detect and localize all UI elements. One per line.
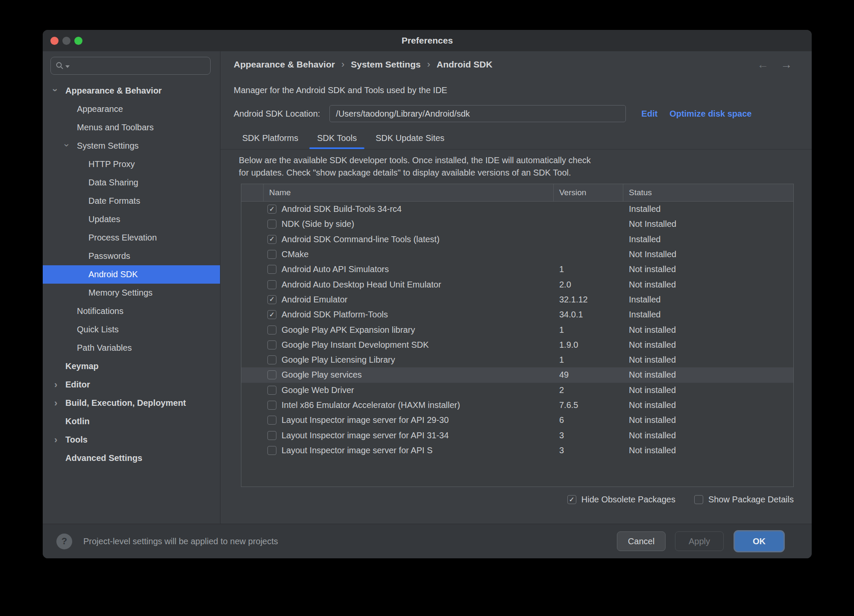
sidebar-item-advanced-settings[interactable]: Advanced Settings <box>43 449 220 467</box>
package-checkbox[interactable] <box>267 416 276 425</box>
optimize-disk-space-link[interactable]: Optimize disk space <box>669 109 751 119</box>
tree-chevron-icon[interactable] <box>66 141 77 151</box>
package-name: Layout Inspector image server for API 31… <box>282 431 449 440</box>
table-row-layout-inspector-image-server-for-api-31-34[interactable]: Layout Inspector image server for API 31… <box>241 428 793 443</box>
package-name: Android SDK Build-Tools 34-rc4 <box>282 204 402 214</box>
table-row-android-auto-desktop-head-unit-emulator[interactable]: Android Auto Desktop Head Unit Emulator … <box>241 277 793 292</box>
tree-chevron-icon[interactable] <box>54 86 65 96</box>
package-checkbox[interactable] <box>267 431 276 440</box>
search-input[interactable] <box>71 61 206 71</box>
breadcrumb-item-system-settings[interactable]: System Settings <box>351 59 420 70</box>
table-row-android-sdk-build-tools-34-rc4[interactable]: Android SDK Build-Tools 34-rc4 Installed <box>241 202 793 217</box>
cancel-button[interactable]: Cancel <box>617 531 666 551</box>
sidebar-item-quick-lists[interactable]: Quick Lists <box>43 320 220 339</box>
table-row-google-play-licensing-library[interactable]: Google Play Licensing Library 1 Not inst… <box>241 352 793 367</box>
sidebar-item-passwords[interactable]: Passwords <box>43 247 220 265</box>
package-checkbox[interactable] <box>267 235 276 244</box>
column-header-name[interactable]: Name <box>264 184 554 201</box>
package-checkbox[interactable] <box>267 310 276 319</box>
hide-obsolete-checkbox[interactable] <box>567 495 576 504</box>
package-checkbox[interactable] <box>267 370 276 379</box>
sidebar-item-date-formats[interactable]: Date Formats <box>43 192 220 210</box>
package-checkbox[interactable] <box>267 205 276 214</box>
table-row-google-play-instant-development-sdk[interactable]: Google Play Instant Development SDK 1.9.… <box>241 337 793 352</box>
table-row-ndk-side-by-side[interactable]: NDK (Side by side) Not Installed <box>241 217 793 232</box>
minimize-window-button[interactable] <box>62 37 70 45</box>
sidebar-item-data-sharing[interactable]: Data Sharing <box>43 173 220 192</box>
table-row-cmake[interactable]: CMake Not Installed <box>241 247 793 262</box>
package-checkbox[interactable] <box>267 280 276 289</box>
package-checkbox[interactable] <box>267 355 276 364</box>
table-row-android-emulator[interactable]: Android Emulator 32.1.12 Installed <box>241 292 793 307</box>
sidebar-item-memory-settings[interactable]: Memory Settings <box>43 284 220 302</box>
sidebar-item-system-settings[interactable]: System Settings <box>43 137 220 155</box>
main-area: Appearance & Behavior Appearance Menus a… <box>43 51 812 524</box>
sidebar-item-label: Android SDK <box>88 270 138 279</box>
package-version: 2 <box>554 385 623 395</box>
forward-arrow-icon[interactable]: → <box>781 58 792 71</box>
help-icon[interactable]: ? <box>56 534 72 549</box>
edit-link[interactable]: Edit <box>641 109 657 119</box>
sidebar-item-keymap[interactable]: Keymap <box>43 357 220 375</box>
package-checkbox[interactable] <box>267 250 276 259</box>
tab-sdk-platforms[interactable]: SDK Platforms <box>235 129 306 149</box>
package-checkbox[interactable] <box>267 295 276 304</box>
table-row-intel-x86-emulator-accelerator-haxm-installer[interactable]: Intel x86 Emulator Accelerator (HAXM ins… <box>241 398 793 413</box>
sidebar-item-tools[interactable]: Tools <box>43 431 220 449</box>
breadcrumb-item-android-sdk[interactable]: Android SDK <box>437 59 493 70</box>
show-details-option[interactable]: Show Package Details <box>694 495 794 505</box>
tree-chevron-icon[interactable] <box>54 380 65 390</box>
sidebar-item-notifications[interactable]: Notifications <box>43 302 220 320</box>
package-checkbox[interactable] <box>267 401 276 410</box>
sidebar-item-appearance-behavior[interactable]: Appearance & Behavior <box>43 82 220 100</box>
back-arrow-icon[interactable]: ← <box>757 58 769 71</box>
android-sdk-panel: Appearance & Behavior›System Settings›An… <box>220 51 812 524</box>
sidebar-item-process-elevation[interactable]: Process Elevation <box>43 229 220 247</box>
sidebar-item-path-variables[interactable]: Path Variables <box>43 339 220 357</box>
show-package-details-checkbox[interactable] <box>694 495 703 504</box>
sidebar-item-menus-and-toolbars[interactable]: Menus and Toolbars <box>43 118 220 137</box>
sdk-location-field[interactable] <box>329 105 626 122</box>
package-checkbox[interactable] <box>267 265 276 274</box>
column-header-version[interactable]: Version <box>554 184 623 201</box>
table-row-android-sdk-platform-tools[interactable]: Android SDK Platform-Tools 34.0.1 Instal… <box>241 307 793 322</box>
sidebar-item-label: Advanced Settings <box>65 453 142 463</box>
sidebar-item-kotlin[interactable]: Kotlin <box>43 412 220 431</box>
dialog-footer: ? Project-level settings will be applied… <box>43 524 812 558</box>
table-row-google-web-driver[interactable]: Google Web Driver 2 Not installed <box>241 383 793 398</box>
table-row-android-sdk-command-line-tools-latest[interactable]: Android SDK Command-line Tools (latest) … <box>241 232 793 247</box>
sidebar-item-android-sdk[interactable]: Android SDK <box>43 265 220 284</box>
package-checkbox[interactable] <box>267 220 276 229</box>
hide-obsolete-option[interactable]: Hide Obsolete Packages <box>567 495 675 505</box>
table-row-android-auto-api-simulators[interactable]: Android Auto API Simulators 1 Not instal… <box>241 262 793 277</box>
search-history-chevron-icon[interactable] <box>65 65 70 68</box>
table-row-layout-inspector-image-server-for-api-29-30[interactable]: Layout Inspector image server for API 29… <box>241 413 793 428</box>
sidebar-item-appearance[interactable]: Appearance <box>43 100 220 118</box>
tab-sdk-tools[interactable]: SDK Tools <box>309 129 364 149</box>
tree-chevron-icon[interactable] <box>54 435 65 445</box>
sidebar-item-editor[interactable]: Editor <box>43 375 220 394</box>
package-status: Installed <box>623 235 793 244</box>
sidebar-item-http-proxy[interactable]: HTTP Proxy <box>43 155 220 173</box>
package-checkbox[interactable] <box>267 340 276 349</box>
table-row-google-play-apk-expansion-library[interactable]: Google Play APK Expansion library 1 Not … <box>241 322 793 337</box>
column-header-status[interactable]: Status <box>623 184 793 201</box>
sidebar-item-updates[interactable]: Updates <box>43 210 220 229</box>
tree-chevron-icon[interactable] <box>54 399 65 408</box>
tab-sdk-update-sites[interactable]: SDK Update Sites <box>368 129 452 149</box>
package-checkbox[interactable] <box>267 386 276 395</box>
apply-button[interactable]: Apply <box>675 531 724 551</box>
close-window-button[interactable] <box>50 37 59 45</box>
settings-tree: Appearance & Behavior Appearance Menus a… <box>43 82 220 467</box>
table-row-layout-inspector-image-server-for-api-s[interactable]: Layout Inspector image server for API S … <box>241 443 793 458</box>
table-row-google-play-services[interactable]: Google Play services 49 Not installed <box>241 367 793 382</box>
window-title: Preferences <box>402 35 453 46</box>
package-checkbox[interactable] <box>267 326 276 334</box>
sidebar-search-box[interactable] <box>50 57 211 75</box>
zoom-window-button[interactable] <box>74 37 82 45</box>
package-checkbox[interactable] <box>267 446 276 455</box>
breadcrumb-item-appearance-behavior[interactable]: Appearance & Behavior <box>234 59 335 70</box>
sidebar-item-build-execution-deployment[interactable]: Build, Execution, Deployment <box>43 394 220 412</box>
ok-button[interactable]: OK <box>735 531 784 551</box>
sidebar-item-label: Appearance <box>77 104 123 114</box>
